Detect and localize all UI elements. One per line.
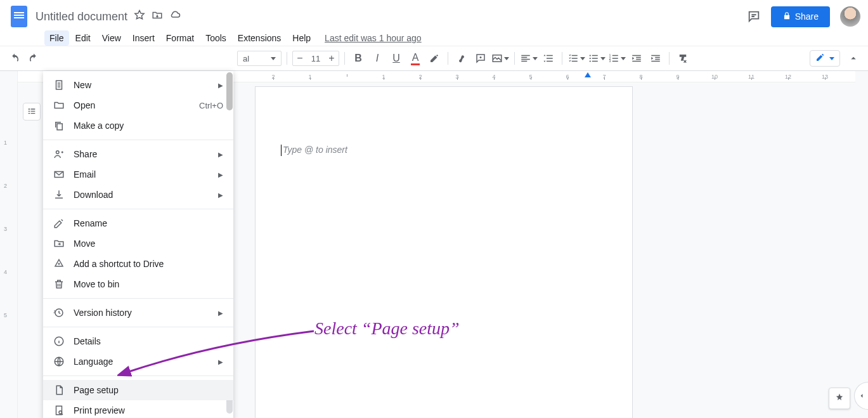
numbered-list-button[interactable]: 123 xyxy=(608,50,626,67)
submenu-arrow-icon: ▶ xyxy=(218,310,223,317)
email-icon xyxy=(53,169,65,180)
last-edit-link[interactable]: Last edit was 1 hour ago xyxy=(325,33,422,43)
font-size-decrease[interactable]: − xyxy=(293,53,307,64)
menubar: File Edit View Insert Format Tools Exten… xyxy=(0,28,868,46)
text-cursor xyxy=(281,145,282,156)
menu-item-email[interactable]: Email ▶ xyxy=(43,164,233,185)
menu-insert[interactable]: Insert xyxy=(127,30,160,46)
menu-item-open[interactable]: Open Ctrl+O xyxy=(43,95,233,115)
menu-edit[interactable]: Edit xyxy=(70,30,96,46)
menu-item-share[interactable]: Share ▶ xyxy=(43,144,233,164)
italic-button[interactable]: I xyxy=(369,50,385,67)
menu-item-print-preview[interactable]: Print preview xyxy=(43,400,233,418)
menu-tools[interactable]: Tools xyxy=(200,30,231,46)
menu-item-move-bin[interactable]: Move to bin xyxy=(43,274,233,294)
toolbar: al − 11 + B I U A 123 xyxy=(0,46,868,71)
menu-item-move[interactable]: Move xyxy=(43,233,233,254)
redo-button[interactable] xyxy=(25,50,42,67)
menu-item-version-history[interactable]: Version history ▶ xyxy=(43,303,233,323)
share-label: Share xyxy=(795,11,819,22)
share-person-icon xyxy=(53,148,65,160)
page-icon xyxy=(53,384,65,396)
insert-link-button[interactable] xyxy=(453,50,470,67)
submenu-arrow-icon: ▶ xyxy=(218,358,223,365)
svg-point-3 xyxy=(590,60,591,62)
chevron-down-icon xyxy=(829,57,834,60)
align-button[interactable] xyxy=(520,50,538,67)
ruler-tick: 5 xyxy=(4,312,7,318)
ruler-tick: 3 xyxy=(4,226,7,232)
font-size-increase[interactable]: + xyxy=(325,53,339,64)
cloud-icon[interactable] xyxy=(169,10,181,23)
increase-indent-button[interactable] xyxy=(647,50,664,67)
comment-history-icon[interactable] xyxy=(747,10,761,23)
rename-icon xyxy=(53,218,65,229)
menu-label: Details xyxy=(74,336,101,346)
menu-item-language[interactable]: Language ▶ xyxy=(43,351,233,372)
font-name-text: al xyxy=(243,54,249,63)
text-color-button[interactable]: A xyxy=(407,50,424,67)
submenu-arrow-icon: ▶ xyxy=(218,82,223,89)
explore-button[interactable] xyxy=(829,388,850,409)
bulleted-list-button[interactable] xyxy=(588,50,606,67)
menu-label: Page setup xyxy=(74,385,119,395)
menu-view[interactable]: View xyxy=(97,30,126,46)
editing-mode-button[interactable] xyxy=(810,50,840,67)
chevron-down-icon xyxy=(621,57,626,60)
insert-image-button[interactable] xyxy=(491,50,509,67)
menu-item-add-shortcut[interactable]: Add a shortcut to Drive xyxy=(43,254,233,274)
highlight-button[interactable] xyxy=(426,50,443,67)
share-button[interactable]: Share xyxy=(771,6,830,27)
annotation-text: Select “Page setup” xyxy=(314,318,460,339)
font-size-stepper[interactable]: − 11 + xyxy=(292,51,339,66)
menu-label: Rename xyxy=(74,218,107,228)
add-comment-button[interactable] xyxy=(472,50,489,67)
menu-label: Move to bin xyxy=(74,279,119,289)
undo-button[interactable] xyxy=(6,50,23,67)
submenu-arrow-icon: ▶ xyxy=(218,171,223,178)
menu-item-make-copy[interactable]: Make a copy xyxy=(43,115,233,136)
underline-button[interactable]: U xyxy=(388,50,405,67)
menu-item-new[interactable]: New ▶ xyxy=(43,75,233,95)
chevron-down-icon xyxy=(580,57,585,60)
menu-file[interactable]: File xyxy=(44,30,69,46)
menu-label: Version history xyxy=(74,308,132,318)
menu-extensions[interactable]: Extensions xyxy=(233,30,286,46)
move-icon[interactable] xyxy=(152,10,163,23)
lock-icon xyxy=(782,11,791,22)
placeholder-text: Type @ to insert xyxy=(283,145,347,155)
checklist-button[interactable] xyxy=(567,50,585,67)
menu-label: Email xyxy=(74,169,96,180)
menu-item-download[interactable]: Download ▶ xyxy=(43,185,233,205)
ruler-tick: 4 xyxy=(4,269,7,275)
menu-help[interactable]: Help xyxy=(287,30,316,46)
submenu-arrow-icon: ▶ xyxy=(218,192,223,199)
ruler-tick: 2 xyxy=(4,183,7,189)
menu-label: Print preview xyxy=(74,405,125,415)
document-icon xyxy=(53,79,65,91)
chevron-down-icon xyxy=(271,57,276,60)
bold-button[interactable]: B xyxy=(350,50,366,67)
docs-logo[interactable] xyxy=(8,5,30,28)
shortcut-text: Ctrl+O xyxy=(199,101,223,110)
star-icon[interactable] xyxy=(134,10,145,23)
font-family-selector[interactable]: al xyxy=(237,51,282,66)
decrease-indent-button[interactable] xyxy=(628,50,645,67)
menu-label: Make a copy xyxy=(74,121,124,131)
info-icon xyxy=(53,336,65,347)
account-avatar[interactable] xyxy=(840,6,860,27)
font-size-value[interactable]: 11 xyxy=(307,54,325,63)
line-spacing-button[interactable] xyxy=(540,50,557,67)
menu-item-details[interactable]: Details xyxy=(43,331,233,351)
svg-point-2 xyxy=(590,58,591,59)
menu-item-rename[interactable]: Rename xyxy=(43,213,233,233)
vertical-ruler: 12345 xyxy=(0,71,18,418)
menu-format[interactable]: Format xyxy=(161,30,199,46)
collapse-toolbar-button[interactable] xyxy=(845,50,862,67)
document-title[interactable]: Untitled document xyxy=(36,10,127,23)
clear-formatting-button[interactable] xyxy=(675,50,691,67)
menu-label: Language xyxy=(74,356,113,367)
menu-item-page-setup[interactable]: Page setup xyxy=(43,380,233,400)
document-page[interactable]: Type @ to insert xyxy=(255,86,633,418)
menu-label: Add a shortcut to Drive xyxy=(74,259,164,269)
